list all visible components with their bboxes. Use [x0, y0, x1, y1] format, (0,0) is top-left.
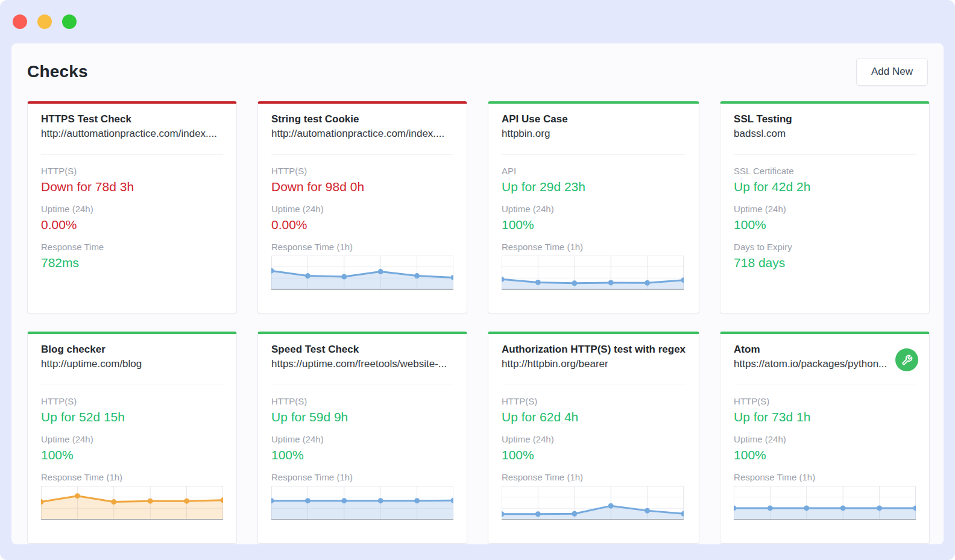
window-close-button[interactable] — [13, 14, 27, 29]
check-title: SSL Testing — [734, 113, 916, 125]
metric-label: Uptime (24h) — [271, 434, 453, 444]
metric-label: Response Time (1h) — [734, 472, 916, 482]
metric-label: Response Time (1h) — [271, 242, 453, 252]
metric-label: Response Time (1h) — [271, 472, 453, 482]
check-card[interactable]: String test Cookiehttp://automationpract… — [257, 101, 467, 313]
response-time-sparkline — [502, 486, 684, 521]
window-titlebar — [0, 0, 955, 43]
maintenance-badge[interactable] — [895, 348, 918, 371]
metric-label: HTTP(S) — [502, 396, 686, 406]
metric-value: 100% — [41, 448, 223, 462]
check-url: https://uptime.com/freetools/website-... — [271, 358, 453, 370]
metric-label: Response Time (1h) — [502, 242, 686, 252]
metric-label: Response Time — [41, 242, 223, 252]
metric-value: Down for 78d 3h — [41, 180, 223, 194]
metric-value: 782ms — [41, 256, 223, 270]
check-card-header: API Use Casehttpbin.org — [502, 113, 686, 155]
metric-value: 100% — [734, 448, 916, 462]
metric-value: 100% — [734, 218, 916, 232]
metric-label: Uptime (24h) — [271, 204, 453, 214]
check-url: http://httpbin.org/bearer — [502, 358, 686, 370]
check-card-header: Authorization HTTP(S) test with regexhtt… — [502, 344, 686, 385]
metric-label: HTTP(S) — [41, 396, 223, 406]
check-title: Atom — [734, 344, 916, 356]
metric-value: 100% — [502, 448, 686, 462]
check-card[interactable]: Speed Test Checkhttps://uptime.com/freet… — [257, 332, 467, 544]
check-card-header: SSL Testingbadssl.com — [734, 113, 916, 155]
check-card[interactable]: API Use Casehttpbin.orgAPIUp for 29d 23h… — [488, 101, 699, 313]
check-card[interactable]: Atomhttps://atom.io/packages/python...HT… — [720, 332, 930, 544]
metric-value: Up for 29d 23h — [502, 180, 686, 194]
metric-label: Uptime (24h) — [41, 434, 223, 444]
response-time-sparkline — [502, 256, 684, 291]
app-window: Checks Add New HTTPS Test Checkhttp://au… — [0, 0, 955, 560]
check-card-header: Atomhttps://atom.io/packages/python... — [734, 344, 916, 385]
check-url: http://uptime.com/blog — [41, 358, 223, 370]
metric-label: HTTP(S) — [271, 396, 453, 406]
check-card-header: String test Cookiehttp://automationpract… — [271, 113, 453, 155]
check-url: https://atom.io/packages/python... — [734, 358, 916, 370]
metric-value: 100% — [502, 218, 686, 232]
response-time-sparkline — [41, 486, 223, 521]
response-time-sparkline — [271, 486, 453, 521]
metric-value: Up for 59d 9h — [271, 410, 453, 424]
add-new-button[interactable]: Add New — [856, 58, 928, 86]
metric-value: Up for 62d 4h — [502, 410, 686, 424]
response-time-sparkline — [734, 486, 916, 521]
metric-value: Down for 98d 0h — [271, 180, 453, 194]
check-url: http://auttomationpractice.com/index.... — [41, 128, 223, 140]
check-url: http://automationpractice.com/index.... — [271, 128, 453, 140]
metric-label: HTTP(S) — [734, 396, 916, 406]
metric-label: API — [502, 166, 686, 176]
panel-header: Checks Add New — [27, 58, 928, 86]
window-zoom-button[interactable] — [62, 14, 77, 29]
metric-label: SSL Certificate — [734, 166, 916, 176]
page-title: Checks — [27, 62, 88, 81]
check-card[interactable]: SSL Testingbadssl.comSSL CertificateUp f… — [720, 101, 930, 313]
check-title: String test Cookie — [271, 113, 453, 125]
checks-grid: HTTPS Test Checkhttp://auttomationpracti… — [27, 101, 928, 544]
metric-value: 718 days — [734, 256, 916, 270]
metric-value: Up for 73d 1h — [734, 410, 916, 424]
checks-panel: Checks Add New HTTPS Test Checkhttp://au… — [11, 43, 944, 544]
metric-label: Response Time (1h) — [41, 472, 223, 482]
metric-label: Uptime (24h) — [502, 204, 686, 214]
metric-label: Uptime (24h) — [734, 434, 916, 444]
metric-label: Uptime (24h) — [734, 204, 916, 214]
window-minimize-button[interactable] — [37, 14, 52, 29]
metric-value: 100% — [271, 448, 453, 462]
response-time-sparkline — [271, 256, 453, 291]
wrench-icon — [901, 354, 913, 366]
check-title: API Use Case — [502, 113, 686, 125]
check-card[interactable]: Blog checkerhttp://uptime.com/blogHTTP(S… — [27, 332, 237, 544]
metric-label: Days to Expiry — [734, 242, 916, 252]
check-card[interactable]: Authorization HTTP(S) test with regexhtt… — [488, 332, 699, 544]
metric-label: HTTP(S) — [271, 166, 453, 176]
check-title: Speed Test Check — [271, 344, 453, 356]
check-card-header: Blog checkerhttp://uptime.com/blog — [41, 344, 223, 385]
check-title: HTTPS Test Check — [41, 113, 223, 125]
check-card-header: HTTPS Test Checkhttp://auttomationpracti… — [41, 113, 223, 155]
check-card-header: Speed Test Checkhttps://uptime.com/freet… — [271, 344, 453, 385]
metric-label: Response Time (1h) — [502, 472, 686, 482]
metric-label: Uptime (24h) — [41, 204, 223, 214]
check-url: badssl.com — [734, 128, 916, 140]
check-url: httpbin.org — [502, 128, 686, 140]
metric-value: 0.00% — [271, 218, 453, 232]
metric-value: Up for 52d 15h — [41, 410, 223, 424]
check-title: Authorization HTTP(S) test with regex — [502, 344, 686, 356]
metric-value: Up for 42d 2h — [734, 180, 916, 194]
metric-value: 0.00% — [41, 218, 223, 232]
check-title: Blog checker — [41, 344, 223, 356]
check-card[interactable]: HTTPS Test Checkhttp://auttomationpracti… — [27, 101, 237, 313]
metric-label: HTTP(S) — [41, 166, 223, 176]
metric-label: Uptime (24h) — [502, 434, 686, 444]
